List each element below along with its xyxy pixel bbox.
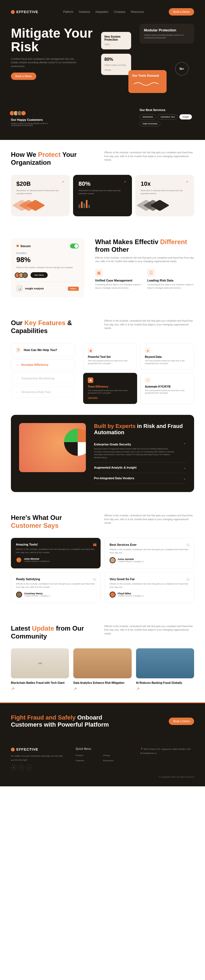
nav-link[interactable]: Integration [95, 10, 108, 13]
blog-card[interactable]: AI Reduces Banking Fraud Globally↗ [136, 648, 194, 691]
different-section: ⬢Socure Excellent 98% Effectiv is the mo… [0, 227, 205, 309]
happy-title: Our Happy Customers [11, 118, 52, 121]
footer-link[interactable]: Pricing [103, 754, 129, 757]
tool-icon: ▣ [88, 348, 93, 353]
blog-image [136, 648, 194, 678]
see-more-button[interactable]: See More [30, 272, 48, 278]
nav-cta-button[interactable]: Book a Demo [169, 8, 194, 16]
avatar [21, 110, 26, 116]
kf-card: ✓Automate KYC/KYBThe most powerful tools… [140, 373, 194, 404]
logo[interactable]: EFFECTIVE [11, 10, 38, 14]
insight-button[interactable]: Button [68, 287, 79, 291]
avatar [110, 592, 116, 598]
dfeat-desc: Combining all the data in one interface … [95, 283, 142, 290]
copyright: © Copyright 2023. All rights reserved [11, 776, 194, 778]
stat-val: $20B [16, 180, 64, 188]
cta-button[interactable]: Book a Demo [169, 718, 194, 725]
diff-desc: Effectiv is the modular, centralized ris… [95, 256, 194, 264]
eighty-sub: Holistic solution providing ultimate [105, 64, 126, 71]
experts-section: Built by Experts in Risk and Fraud Autom… [11, 415, 194, 492]
logo-text: EFFECTIVE [16, 10, 38, 14]
learn-more-link[interactable]: Learn More [88, 396, 98, 398]
footer-tag: No matter how your customers want pay, w… [11, 754, 65, 762]
blog-image: risk [11, 648, 69, 678]
kf-list-item[interactable]: →Transaction Monitoring [11, 372, 75, 384]
stat-val: 80% [78, 180, 127, 188]
nav-link[interactable]: Company [114, 10, 126, 13]
dfeat-desc: Combining all the data in one interface … [147, 283, 194, 290]
chevron-down-icon: ⌄ [183, 477, 186, 480]
testimonials-section: Here's What Our Customer Says Effectiv i… [0, 503, 205, 614]
footer: EFFECTIVE No matter how your customers w… [0, 739, 205, 786]
excellent-label: Excellent [16, 252, 79, 255]
accordion-item[interactable]: Pre-Integrated Data Vendors⌄ [94, 473, 186, 484]
kf-list-item[interactable]: →Streamline Risk Tool [11, 386, 75, 398]
quote-icon: ❝ [92, 576, 97, 585]
avatar [16, 592, 22, 598]
protect-section: How We Protect Your Organization Effecti… [0, 140, 205, 227]
service-pill-active[interactable]: Insight [180, 114, 192, 119]
stat-desc: Reduction in manual work for fraud and r… [78, 189, 127, 195]
insight-icon: 📊 [16, 285, 23, 292]
service-pill[interactable]: Operation Tool [157, 114, 178, 119]
blog-card[interactable]: riskBlockchain Battles Fraud with Tech G… [11, 648, 69, 691]
blog-section: Latest Update from Our Community Effecti… [0, 614, 205, 703]
nav: EFFECTIVE Platform Solutions Integration… [11, 8, 194, 16]
service-pill[interactable]: Data Orchestra [140, 121, 160, 126]
test-title: Here's What Our Customer Says [11, 514, 93, 530]
badge-5k: 5k+ [175, 62, 189, 76]
avatar [16, 557, 22, 563]
question-icon: ? [16, 347, 21, 353]
blog-card[interactable]: Data Analytics Enhance Risk Mitigation↗ [73, 648, 131, 691]
blog-title: Latest Update from Our Community [11, 625, 93, 640]
kf-list-item[interactable]: ?How Can We Help You? [11, 343, 75, 357]
services-title: Our Best Services [140, 108, 194, 111]
protect-title: How We Protect Your Organization [11, 151, 93, 167]
services: Our Best Services Streamline Operation T… [140, 108, 194, 126]
footer-link[interactable]: Resources [103, 759, 129, 763]
kf-list-item-active[interactable]: →Increase Efficiency [11, 359, 75, 371]
service-pill[interactable]: Streamline [140, 114, 156, 119]
instagram-icon[interactable]: ⊙ [11, 765, 16, 770]
kf-desc: Effectiv is the modular, centralized ris… [104, 319, 194, 335]
insight-label: Insight Analysis [25, 287, 66, 290]
wave-icon [132, 80, 163, 88]
pct-98: 98% [16, 256, 79, 264]
footer-link[interactable]: Product [76, 754, 102, 757]
modular-card: Modular Protection Holistic solution pro… [140, 24, 194, 44]
facebook-icon[interactable]: f [19, 765, 24, 770]
arrow-icon: ↗ [73, 686, 131, 691]
blog-image [73, 648, 131, 678]
toggle[interactable] [70, 243, 79, 248]
team-icon: ◉ [88, 377, 93, 383]
keyfeatures-section: Our Key Features & Capabilities Effectiv… [0, 308, 205, 415]
nav-link[interactable]: Resources [131, 10, 144, 13]
stat-card: ↗ 10x Reduction in manual work for fraud… [135, 175, 194, 216]
protect-desc: Effectiv is the modular, centralized ris… [104, 151, 194, 167]
footer-logo[interactable]: EFFECTIVE [11, 747, 65, 751]
arrow-icon: ↗ [136, 686, 194, 691]
stat-desc: Reduction in manual work for fraud and r… [16, 189, 64, 195]
nav-links: Platform Solutions Integration Company R… [63, 10, 144, 13]
socure-desc: Effectiv is the modular, centralized ris… [16, 266, 79, 269]
quote-icon: ❝ [186, 542, 190, 551]
footer-email: ✉ info@block.co [140, 751, 194, 755]
kf-card-dark: ◉Team EfficiencyThe most powerful toolse… [83, 373, 137, 404]
quote-icon: ❝ [186, 576, 190, 585]
data-icon: ◈ [145, 348, 151, 353]
blog-desc: Effectiv is the modular, centralized ris… [104, 625, 194, 640]
database-icon: ☷ [147, 269, 155, 277]
nav-link[interactable]: Platform [63, 10, 73, 13]
stat-card-dark: ↗ 80% Reduction in manual work for fraud… [73, 175, 132, 216]
nav-link[interactable]: Solutions [79, 10, 90, 13]
accordion-item[interactable]: Augmented Analytic & Insight⌄ [94, 463, 186, 473]
accordion-item[interactable]: Enterprise Grade SecurityReduced Chaos I… [94, 439, 186, 463]
arrow-icon: ↗ [60, 180, 65, 184]
tools-title: Our Tools Demand [132, 74, 163, 77]
happy-desc: Holistic solution providing ultimate con… [11, 123, 52, 126]
testimonial-card: ❝Very Good So FarEffectiv is the modular… [105, 572, 194, 603]
twitter-icon[interactable]: t [26, 765, 32, 770]
hero-cta-button[interactable]: Book a Demo [11, 73, 36, 80]
footer-link[interactable]: Features [76, 759, 102, 763]
nsp-sub: Latest [105, 43, 110, 45]
